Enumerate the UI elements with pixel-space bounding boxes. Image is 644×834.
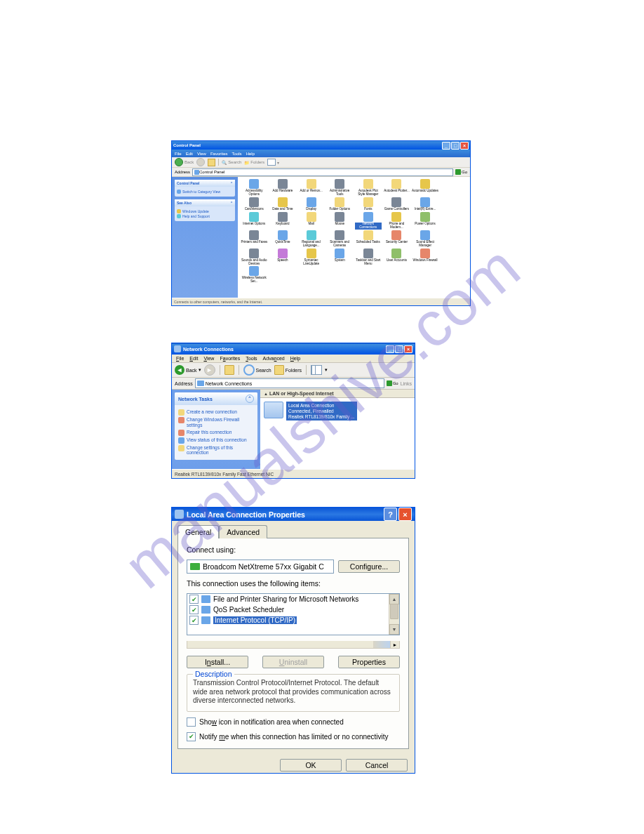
- task-link[interactable]: Repair this connection: [178, 430, 254, 436]
- cp-item[interactable]: Sound Effect Manager: [412, 230, 439, 248]
- windows-update-link[interactable]: Windows Update: [177, 209, 233, 213]
- cp-item[interactable]: Autodesk Plot Style Manager: [355, 179, 382, 197]
- tab-general[interactable]: General: [177, 525, 219, 538]
- address-input[interactable]: Network Connections: [195, 378, 384, 388]
- help-button[interactable]: ?: [384, 508, 397, 521]
- checkbox-icon[interactable]: ✔: [189, 595, 199, 604]
- cp-item[interactable]: Network Connections: [355, 212, 382, 230]
- menu-file[interactable]: File: [176, 356, 184, 361]
- list-item[interactable]: ✔Internet Protocol (TCP/IP): [187, 615, 399, 626]
- cp-item[interactable]: Administrative Tools: [326, 179, 354, 197]
- switch-view-link[interactable]: Switch to Category View: [177, 190, 233, 194]
- cp-item[interactable]: Scanners and Cameras: [326, 230, 354, 248]
- cp-item[interactable]: Wireless Network Set...: [241, 266, 268, 284]
- close-button[interactable]: ×: [460, 142, 469, 150]
- scroll-thumb[interactable]: [390, 604, 398, 619]
- install-button[interactable]: Install...: [187, 656, 248, 668]
- minimize-button[interactable]: _: [386, 345, 394, 353]
- cp-item[interactable]: Accessibility Options: [241, 179, 268, 197]
- cp-item[interactable]: System: [326, 249, 354, 266]
- search-button[interactable]: Search: [243, 364, 271, 376]
- cp-item[interactable]: Scheduled Tasks: [355, 230, 382, 248]
- list-item[interactable]: ✔File and Printer Sharing for Microsoft …: [187, 594, 399, 604]
- cp-item[interactable]: Keyboard: [269, 212, 297, 230]
- cp-item[interactable]: Windows Firewall: [412, 249, 439, 266]
- close-button[interactable]: ×: [404, 345, 412, 353]
- cp-item[interactable]: User Accounts: [383, 249, 410, 266]
- scroll-up-icon[interactable]: ▲: [389, 594, 399, 604]
- forward-button[interactable]: ►: [204, 364, 215, 376]
- configure-button[interactable]: Configure...: [338, 560, 400, 573]
- properties-button[interactable]: Properties: [338, 656, 400, 668]
- cp-item[interactable]: Printers and Faxes: [241, 230, 268, 248]
- cp-item[interactable]: Phone and Modem...: [383, 212, 410, 230]
- menu-edit[interactable]: Edit: [189, 356, 198, 361]
- cp-item[interactable]: Regional and Language...: [297, 230, 325, 248]
- cp-item[interactable]: Fonts: [355, 197, 382, 211]
- cp-item[interactable]: Automatic Updates: [412, 179, 439, 197]
- menu-favorites[interactable]: Favorites: [220, 356, 240, 361]
- cp-item[interactable]: Autodesk Plotter...: [383, 179, 410, 197]
- task-link[interactable]: Change settings of this connection: [178, 445, 254, 456]
- menu-help[interactable]: Help: [290, 356, 300, 361]
- menu-tools[interactable]: Tools: [232, 152, 242, 156]
- back-button[interactable]: ◄Back ▾: [175, 365, 201, 375]
- cp-item[interactable]: CardVersions: [241, 197, 268, 211]
- checkbox-icon[interactable]: ✔: [189, 605, 199, 614]
- cancel-button[interactable]: Cancel: [346, 759, 408, 772]
- cp-item[interactable]: QuickTime: [269, 230, 297, 248]
- cp-item[interactable]: Sounds and Audio Devices: [241, 249, 268, 266]
- task-link[interactable]: Change Windows Firewall settings: [178, 417, 254, 428]
- cp-item[interactable]: Internet Options: [241, 212, 268, 230]
- maximize-button[interactable]: □: [451, 142, 459, 150]
- go-button[interactable]: Go: [455, 169, 467, 175]
- cp-item[interactable]: Mail: [297, 212, 325, 230]
- menu-view[interactable]: View: [197, 152, 206, 156]
- notify-checkbox[interactable]: ✔ Notify me when this connection has lim…: [187, 732, 400, 741]
- views-button[interactable]: [311, 365, 322, 375]
- folders-button[interactable]: 📁 Folders: [244, 160, 264, 165]
- cp-item[interactable]: Security Center: [383, 230, 410, 248]
- task-link[interactable]: View status of this connection: [178, 437, 254, 444]
- cp-item[interactable]: Add Hardware: [269, 179, 297, 197]
- menu-file[interactable]: File: [175, 152, 182, 156]
- views-button[interactable]: ▾: [267, 159, 279, 166]
- back-button[interactable]: Back: [175, 158, 194, 166]
- scrollbar[interactable]: ▲ ▼: [389, 594, 399, 635]
- menu-advanced[interactable]: Advanced: [263, 356, 285, 361]
- cp-item[interactable]: Speech: [269, 249, 297, 266]
- address-input[interactable]: Control Panel: [192, 168, 453, 176]
- cp-item[interactable]: Display: [297, 197, 325, 211]
- tab-advanced[interactable]: Advanced: [219, 525, 267, 538]
- cp-item[interactable]: Date and Time: [269, 197, 297, 211]
- collapse-icon[interactable]: ⌃: [246, 395, 254, 403]
- close-button[interactable]: ×: [398, 508, 412, 521]
- cp-item[interactable]: Intel(R) Extre...: [412, 197, 439, 211]
- items-listbox[interactable]: ✔File and Printer Sharing for Microsoft …: [187, 593, 400, 635]
- maximize-button[interactable]: □: [395, 345, 403, 353]
- up-button[interactable]: [208, 159, 215, 166]
- menu-tools[interactable]: Tools: [246, 356, 257, 361]
- cp-item[interactable]: Symantec LiveUpdate: [297, 249, 325, 266]
- titlebar[interactable]: Control Panel _ □ ×: [172, 141, 470, 150]
- folders-button[interactable]: Folders: [274, 365, 302, 375]
- show-icon-checkbox[interactable]: Show icon in notification area when conn…: [187, 717, 400, 727]
- cp-item[interactable]: Taskbar and Start Menu: [355, 249, 382, 266]
- list-item[interactable]: ✔QoS Packet Scheduler: [187, 604, 399, 615]
- cp-item[interactable]: Mouse: [326, 212, 354, 230]
- cp-item[interactable]: Add or Remov...: [297, 179, 325, 197]
- search-button[interactable]: 🔍 Search: [222, 160, 241, 165]
- task-link[interactable]: Create a new connection: [178, 409, 254, 416]
- ok-button[interactable]: OK: [280, 759, 342, 772]
- cp-item[interactable]: Game Controllers: [383, 197, 410, 211]
- menu-edit[interactable]: Edit: [186, 152, 193, 156]
- connection-item[interactable]: Local Area Connection Connected, Firewal…: [260, 398, 415, 424]
- titlebar[interactable]: Local Area Connection Properties ? ×: [172, 508, 415, 521]
- titlebar[interactable]: Network Connections _ □ ×: [172, 343, 415, 355]
- help-support-link[interactable]: Help and Support: [177, 214, 233, 218]
- menu-help[interactable]: Help: [246, 152, 255, 156]
- cp-item[interactable]: Power Options: [412, 212, 439, 230]
- up-button[interactable]: [224, 365, 234, 375]
- scroll-down-icon[interactable]: ▼: [389, 624, 399, 635]
- checkbox-icon[interactable]: ✔: [189, 616, 199, 625]
